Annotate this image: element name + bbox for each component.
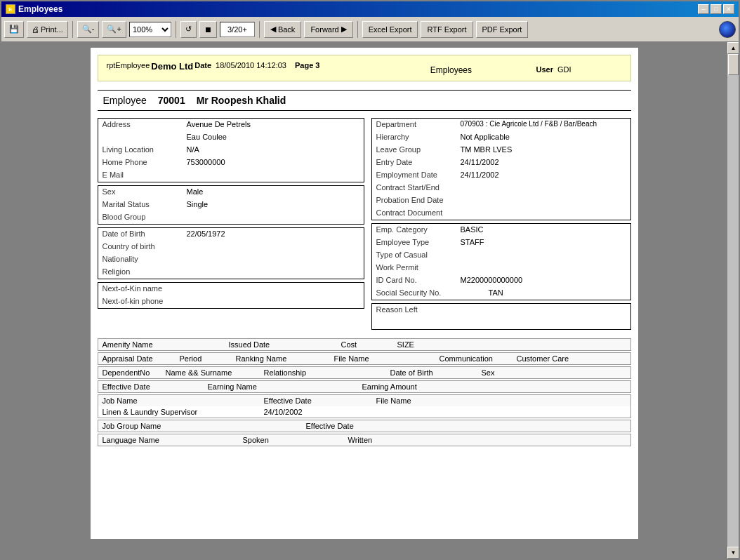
leave-value: TM MBR LVES — [461, 145, 626, 155]
page-input[interactable] — [220, 22, 255, 37]
forward-icon: ▶ — [341, 25, 347, 34]
dependent-col1: DependentNo — [103, 368, 166, 377]
employment-row: Employment Date 24/11/2002 — [372, 169, 630, 182]
hierarchy-label: Hierarchy — [376, 133, 461, 142]
app-icon: E — [6, 4, 15, 14]
jobgroup-col1: Job Group Name — [103, 422, 306, 430]
reason-label: Reason Left — [376, 305, 461, 315]
emp-cat-row: Emp. Category BASIC — [372, 224, 630, 236]
close-button[interactable]: ✕ — [723, 4, 734, 14]
contract-doc-value — [461, 208, 626, 218]
scroll-up-button[interactable]: ▲ — [727, 42, 739, 54]
probation-label: Probation End Date — [376, 196, 461, 206]
living-label: Living Location — [103, 145, 187, 155]
marital-value: Single — [187, 200, 359, 210]
emp-type-value: STAFF — [461, 238, 626, 248]
social-label: Social Security No. — [376, 288, 461, 298]
scroll-track[interactable] — [727, 54, 739, 547]
zoom-select[interactable]: 100% — [129, 22, 171, 37]
zoom-in-button[interactable]: 🔍+ — [102, 21, 126, 38]
earning-col2: Earning Name — [208, 382, 362, 391]
appraisal-col5: Communication — [440, 354, 517, 363]
maximize-button[interactable]: □ — [711, 4, 722, 14]
separator3 — [259, 21, 260, 38]
scroll-thumb[interactable] — [728, 54, 739, 75]
forward-button[interactable]: Forward ▶ — [304, 21, 352, 38]
employment-label: Employment Date — [376, 171, 461, 180]
address-box: Address Avenue De Petrels Eau Coulee Liv… — [98, 118, 364, 182]
appraisal-col4: File Name — [334, 354, 440, 363]
dept-row: Department 070903 : Cie Agricole Ltd / F… — [372, 119, 630, 131]
zoom-out-button[interactable]: 🔍- — [77, 21, 100, 38]
scroll-down-button[interactable]: ▼ — [727, 547, 739, 559]
religion-label: Religion — [103, 267, 187, 277]
address-row: Address Avenue De Petrels — [98, 119, 364, 131]
language-col3: Written — [348, 436, 454, 444]
main-window: E Employees ─ □ ✕ 💾 🖨 Print... 🔍- 🔍+ 100… — [0, 0, 740, 560]
amenity-col4: SIZE — [397, 340, 468, 349]
living-row: Living Location N/A — [98, 144, 364, 156]
left-column: Address Avenue De Petrels Eau Coulee Liv… — [98, 118, 364, 333]
separator — [72, 21, 73, 38]
employee-id: 70001 — [158, 95, 185, 106]
back-button[interactable]: ◀ Back — [264, 21, 301, 38]
job-col1: Job Name — [103, 396, 264, 405]
date-value: 18/05/2010 14:12:03 — [216, 61, 293, 69]
date-label: Date — [194, 61, 214, 69]
user-value: GDI — [557, 65, 614, 75]
earning-col3: Earning Amount — [362, 382, 503, 391]
pdf-export-button[interactable]: PDF Export — [476, 21, 529, 38]
company-name: Demo Ltd — [151, 61, 193, 72]
nationality-value — [187, 255, 359, 265]
religion-value — [187, 267, 359, 277]
dept-box: Department 070903 : Cie Agricole Ltd / F… — [371, 118, 631, 220]
jobgroup-table: Job Group Name Effective Date — [98, 420, 631, 432]
emp-cat-box: Emp. Category BASIC Employee Type STAFF … — [371, 223, 631, 300]
kin-phone-value — [187, 297, 359, 307]
phone-label: Home Phone — [103, 158, 187, 168]
earning-table: Effective Date Earning Name Earning Amou… — [98, 380, 631, 393]
amenity-col1: Amenity Name — [103, 340, 229, 349]
social-value: TAN — [461, 288, 626, 298]
contract-label: Contract Start/End — [376, 183, 461, 193]
separator4 — [357, 21, 358, 38]
phone-row: Home Phone 753000000 — [98, 156, 364, 169]
dob-row: Date of Birth 22/05/1972 — [98, 228, 364, 241]
rtf-export-button[interactable]: RTF Export — [421, 21, 473, 38]
job-col2: Effective Date — [264, 396, 376, 405]
excel-export-button[interactable]: Excel Export — [362, 21, 418, 38]
minimize-button[interactable]: ─ — [698, 4, 709, 14]
report-header: rptEmployee Demo Ltd Date 18/05/2010 14:… — [98, 55, 631, 81]
refresh-button[interactable]: ↺ — [180, 21, 197, 38]
marital-row: Marital Status Single — [98, 199, 364, 211]
id-card-value: M2200000000000 — [461, 276, 626, 286]
emp-type-row: Employee Type STAFF — [372, 236, 630, 249]
separator2 — [176, 21, 176, 38]
email-label: E Mail — [103, 171, 187, 180]
globe-icon — [719, 21, 736, 38]
section-label: Employees — [367, 65, 534, 75]
dependent-col2: Name && Surname — [166, 368, 264, 377]
print-button[interactable]: 🖨 Print... — [27, 21, 68, 38]
casual-label: Type of Casual — [376, 251, 461, 260]
amenity-col3: Cost — [341, 340, 397, 349]
sex-value: Male — [187, 187, 359, 197]
window-title: Employees — [18, 4, 62, 14]
save-button[interactable]: 💾 — [4, 21, 24, 38]
employee-title: Employee 70001 Mr Roopesh Khalid — [98, 90, 631, 111]
appraisal-col1: Appraisal Date — [103, 354, 180, 363]
earning-col1: Effective Date — [103, 382, 208, 391]
stop-button[interactable]: ⏹ — [199, 21, 217, 38]
blood-label: Blood Group — [103, 213, 187, 222]
dob-box: Date of Birth 22/05/1972 Country of birt… — [98, 227, 364, 279]
living-value: N/A — [187, 145, 359, 155]
religion-row: Religion — [98, 266, 364, 279]
email-value — [187, 171, 359, 180]
jobgroup-col2: Effective Date — [306, 422, 447, 430]
probation-value — [461, 196, 626, 206]
vertical-scrollbar[interactable]: ▲ ▼ — [727, 42, 739, 559]
job-data-row: Linen & Laundry Supervisor 24/10/2002 — [98, 406, 630, 418]
dob-value: 22/05/1972 — [187, 229, 359, 239]
right-column: Department 070903 : Cie Agricole Ltd / F… — [371, 118, 631, 333]
report-container[interactable]: rptEmployee Demo Ltd Date 18/05/2010 14:… — [1, 42, 727, 559]
